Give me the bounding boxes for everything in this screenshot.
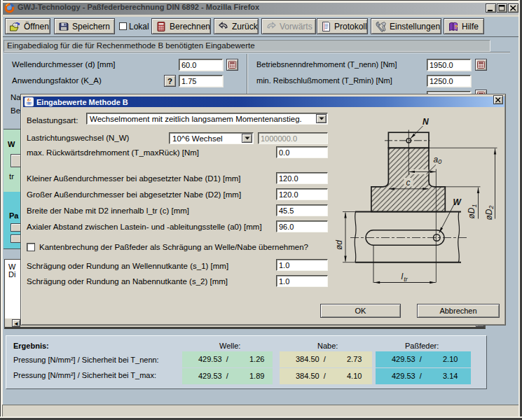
- svg-text:ød: ød: [334, 240, 344, 250]
- svg-text:a0: a0: [434, 155, 442, 166]
- svg-text:c: c: [406, 178, 411, 188]
- svg-text:ltr: ltr: [401, 272, 408, 283]
- svg-text:øD2: øD2: [484, 205, 495, 220]
- svg-text:W: W: [453, 197, 462, 207]
- svg-text:N: N: [423, 117, 429, 127]
- svg-text:?: ?: [454, 23, 458, 29]
- svg-text:øD1: øD1: [467, 204, 478, 218]
